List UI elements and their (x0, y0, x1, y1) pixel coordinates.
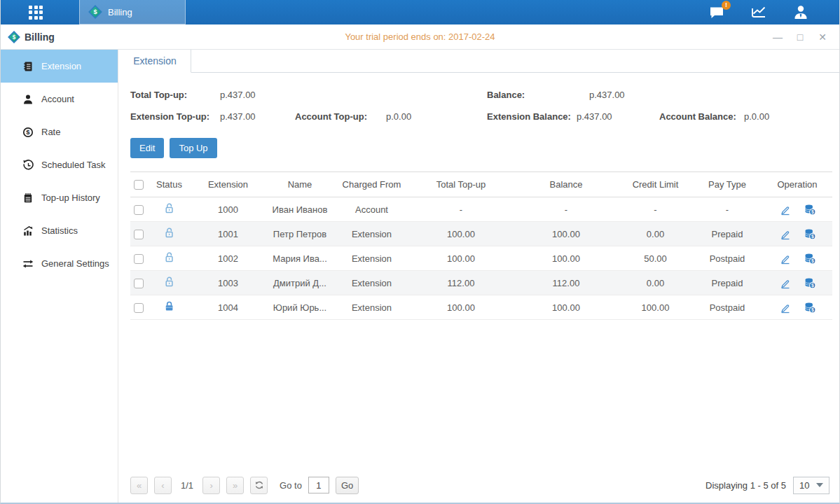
sidebar-item-account[interactable]: Account (1, 83, 118, 115)
bar-chart-icon (22, 225, 34, 237)
first-page-button[interactable]: « (130, 477, 148, 494)
page-size-value: 10 (799, 480, 809, 491)
lock-open-icon (163, 202, 175, 214)
cell-balance: 100.00 (514, 222, 619, 246)
topbar-tab-label: Billing (108, 7, 132, 18)
last-page-button[interactable]: » (226, 477, 244, 494)
topup-row-button[interactable]: $ (804, 253, 816, 265)
status-cell[interactable] (163, 279, 175, 290)
sidebar-item-rate[interactable]: $ Rate (1, 115, 118, 148)
svg-text:$: $ (811, 307, 813, 313)
edit-row-button[interactable] (779, 277, 791, 289)
pagination: « ‹ 1/1 › » Go to Go (130, 477, 359, 494)
sidebar-item-label: Scheduled Task (41, 160, 106, 170)
table-row: 1002 Мария Ива... Extension 100.00 100.0… (130, 246, 832, 271)
pencil-icon (779, 302, 791, 314)
sidebar-item-label: Top-up History (41, 192, 100, 203)
cell-name: Дмитрий Д... (265, 271, 335, 295)
topup-button[interactable]: Top Up (170, 138, 216, 158)
row-checkbox[interactable] (134, 230, 144, 239)
row-checkbox[interactable] (134, 254, 144, 264)
cell-balance: - (514, 197, 619, 222)
close-button[interactable]: ✕ (817, 31, 828, 43)
tab-label: Extension (133, 55, 176, 66)
lock-open-icon (163, 227, 175, 239)
edit-button[interactable]: Edit (130, 138, 164, 158)
topup-row-button[interactable]: $ (804, 277, 816, 289)
total-topup-label: Total Top-up: (130, 90, 220, 100)
coins-topup-icon: $ (804, 277, 816, 289)
sidebar-item-scheduled-task[interactable]: Scheduled Task (1, 148, 118, 181)
sidebar-item-general-settings[interactable]: General Settings (1, 247, 118, 280)
coins-topup-icon: $ (804, 302, 816, 314)
column-header-total-topup: Total Top-up (408, 172, 514, 197)
topup-row-button[interactable]: $ (804, 228, 816, 240)
lock-open-icon (163, 251, 175, 263)
messages-button[interactable]: ! (708, 4, 726, 22)
edit-row-button[interactable] (779, 228, 791, 240)
page-size-select[interactable]: 10 (793, 477, 829, 494)
cell-charged-from: Extension (335, 222, 408, 246)
status-cell[interactable] (163, 255, 175, 265)
edit-row-button[interactable] (779, 204, 791, 216)
grid-icon (29, 6, 43, 20)
cell-pay-type: - (692, 197, 762, 222)
sidebar-item-topup-history[interactable]: Top-up History (1, 181, 118, 214)
status-cell[interactable] (163, 230, 175, 241)
app-grid-button[interactable] (22, 0, 50, 24)
sidebar-item-label: General Settings (41, 258, 109, 269)
minimize-button[interactable]: — (772, 31, 783, 43)
chevron-down-icon (816, 483, 823, 487)
topbar-billing-tab[interactable]: $ Billing (79, 0, 186, 24)
balance-summary: Total Top-up: p.437.00 Balance: p.437.00… (130, 84, 829, 127)
row-checkbox[interactable] (134, 205, 144, 215)
svg-text:$: $ (13, 34, 16, 41)
go-button[interactable]: Go (336, 477, 359, 494)
cell-pay-type: Postpaid (692, 295, 762, 320)
status-cell[interactable] (163, 304, 175, 314)
select-all-checkbox[interactable] (134, 180, 144, 190)
cell-charged-from: Account (335, 197, 408, 222)
column-header-balance: Balance (514, 172, 619, 197)
prev-page-button[interactable]: ‹ (154, 477, 172, 494)
person-icon (792, 4, 810, 21)
clock-icon (22, 160, 34, 171)
lock-open-icon (163, 276, 175, 288)
cell-charged-from: Extension (335, 295, 408, 320)
row-checkbox[interactable] (134, 303, 144, 313)
account-balance-value: p.0.00 (744, 111, 769, 122)
cell-credit-limit: 0.00 (619, 222, 692, 246)
column-header-extension: Extension (191, 172, 265, 197)
cell-total-topup: 100.00 (408, 246, 514, 271)
row-checkbox[interactable] (134, 279, 144, 288)
refresh-button[interactable] (250, 477, 268, 494)
goto-page-input[interactable] (308, 477, 329, 493)
sidebar-item-extension[interactable]: Extension (1, 50, 118, 83)
cell-name: Мария Ива... (265, 246, 335, 271)
account-button[interactable] (792, 4, 810, 22)
maximize-button[interactable]: □ (794, 31, 806, 43)
coins-topup-icon: $ (804, 204, 816, 216)
column-header-name: Name (265, 172, 335, 197)
cell-credit-limit: 0.00 (619, 271, 692, 295)
topup-row-button[interactable]: $ (804, 204, 816, 216)
table-row: 1000 Иван Иванов Account - - - - (130, 197, 832, 222)
total-topup-value: p.437.00 (220, 90, 295, 100)
app-title: $ Billing (8, 31, 55, 43)
topup-row-button[interactable]: $ (804, 302, 816, 314)
status-cell[interactable] (163, 206, 175, 216)
column-header-pay-type: Pay Type (692, 172, 762, 197)
tab-extension[interactable]: Extension (118, 50, 191, 73)
displaying-text: Displaying 1 - 5 of 5 (705, 480, 786, 491)
sidebar-item-statistics[interactable]: Statistics (1, 214, 118, 247)
extensions-table: Status Extension Name Charged From Total… (130, 172, 832, 320)
column-header-charged-from: Charged From (335, 172, 408, 197)
edit-row-button[interactable] (779, 253, 791, 265)
coins-topup-icon: $ (804, 253, 816, 265)
cell-balance: 112.00 (514, 271, 619, 295)
next-page-button[interactable]: › (202, 477, 220, 494)
statistics-button[interactable] (750, 4, 768, 22)
edit-row-button[interactable] (779, 302, 791, 314)
cell-total-topup: 112.00 (408, 271, 514, 295)
ledger-icon (22, 61, 34, 72)
